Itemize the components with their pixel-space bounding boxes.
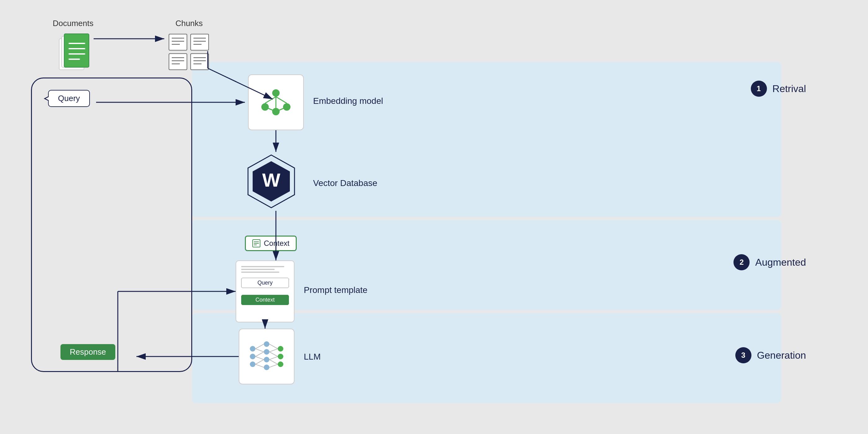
svg-point-41 (250, 362, 255, 367)
svg-line-50 (255, 349, 264, 352)
svg-point-47 (278, 354, 283, 359)
label-text-retrival: Retrival (773, 83, 806, 95)
svg-point-23 (272, 89, 280, 97)
svg-line-58 (269, 356, 278, 360)
llm-icon (246, 336, 287, 377)
svg-line-49 (255, 344, 264, 349)
label-retrival: 1 Retrival (751, 81, 806, 97)
svg-point-43 (264, 349, 269, 354)
svg-rect-11 (191, 34, 209, 50)
svg-rect-2 (64, 34, 89, 67)
chunks-icon (167, 33, 211, 73)
badge-retrival: 1 (751, 81, 767, 97)
svg-point-39 (250, 346, 255, 351)
main-container: 1 Retrival 2 Augmented 3 Generation Docu… (0, 0, 868, 434)
context-doc-icon (252, 239, 261, 248)
embedding-icon (257, 84, 294, 121)
chunks-label: Chunks (176, 19, 203, 28)
vector-db-icon: W (245, 152, 298, 211)
context-badge-label: Context (264, 239, 289, 248)
label-augmented: 2 Augmented (734, 254, 806, 270)
svg-rect-19 (191, 54, 209, 70)
svg-rect-15 (169, 54, 187, 70)
llm-box (239, 329, 294, 384)
context-badge: Context (245, 236, 297, 251)
badge-augmented: 2 (734, 254, 750, 270)
label-generation: 3 Generation (735, 347, 806, 363)
svg-line-54 (255, 364, 264, 367)
svg-line-51 (255, 352, 264, 356)
query-path-box (31, 78, 192, 372)
svg-point-44 (264, 357, 269, 362)
prompt-query-inner: Query (241, 278, 289, 288)
svg-line-56 (269, 349, 278, 352)
svg-line-52 (255, 356, 264, 360)
svg-point-46 (278, 346, 283, 351)
response-badge: Response (60, 344, 115, 360)
svg-line-27 (265, 97, 276, 103)
prompt-template-label: Prompt template (304, 285, 367, 295)
vector-db-label: Vector Database (313, 178, 377, 188)
documents-icon (53, 33, 93, 79)
embedding-model-box (248, 74, 304, 130)
query-bubble: Query (48, 90, 90, 107)
llm-label: LLM (304, 352, 320, 362)
svg-line-59 (269, 360, 278, 364)
svg-line-57 (269, 352, 278, 356)
embedding-model-label: Embedding model (313, 96, 383, 106)
query-bubble-box: Query (48, 90, 90, 107)
svg-point-45 (264, 365, 269, 370)
prompt-template-box: Query Context (236, 260, 294, 322)
chunks-group: Chunks (167, 19, 211, 73)
svg-point-40 (250, 354, 255, 359)
svg-point-48 (278, 362, 283, 367)
svg-line-60 (269, 364, 278, 367)
svg-line-29 (276, 97, 287, 103)
svg-point-42 (264, 341, 269, 347)
label-text-augmented: Augmented (755, 257, 806, 268)
svg-line-55 (269, 344, 278, 349)
svg-text:W: W (262, 169, 281, 191)
documents-group: Documents (53, 19, 94, 79)
prompt-context-inner: Context (241, 295, 289, 305)
vector-db-container: W (245, 152, 298, 212)
svg-line-53 (255, 360, 264, 364)
badge-generation: 3 (735, 347, 751, 363)
svg-rect-7 (169, 34, 187, 50)
label-text-generation: Generation (757, 350, 806, 361)
documents-label: Documents (53, 19, 94, 28)
